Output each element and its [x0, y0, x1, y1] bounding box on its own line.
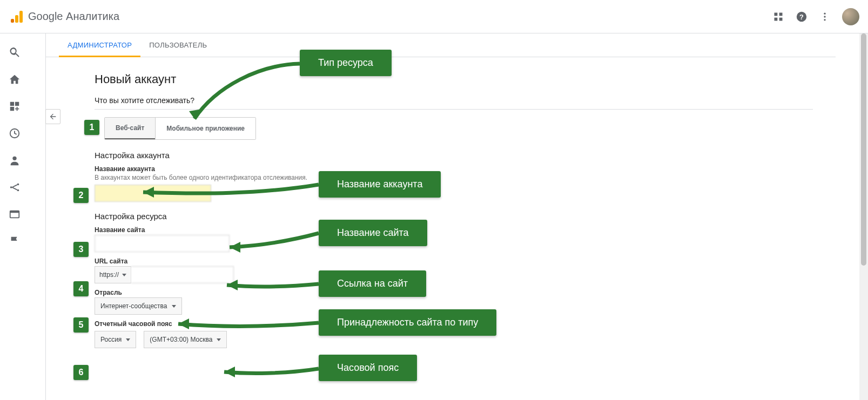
behavior-icon[interactable] [9, 208, 21, 220]
callout-site-name: Название сайта [319, 220, 427, 246]
timezone-select[interactable]: (GMT+03:00) Москва [144, 331, 227, 348]
url-input[interactable] [131, 266, 234, 283]
search-icon[interactable] [9, 46, 21, 58]
badge-5: 5 [73, 317, 89, 333]
home-icon[interactable] [9, 73, 21, 85]
industry-label: Отрасль [95, 289, 836, 296]
svg-point-8 [824, 19, 825, 21]
svg-rect-2 [775, 17, 778, 21]
badge-3: 3 [73, 242, 89, 257]
badge-1: 1 [84, 120, 99, 135]
country-value: Россия [100, 336, 122, 343]
track-question: Что вы хотите отслеживать? [95, 96, 813, 110]
chevron-down-icon [217, 338, 221, 341]
left-rail [0, 33, 29, 400]
main: АДМИНИСТРАТОР ПОЛЬЗОВАТЕЛЬ Новый аккаунт… [45, 33, 836, 400]
svg-rect-11 [15, 102, 19, 106]
apps-icon[interactable] [773, 11, 784, 22]
scrollbar[interactable] [859, 33, 868, 400]
help-icon[interactable]: ? [796, 11, 808, 23]
industry-select[interactable]: Интернет-сообщества [95, 297, 182, 315]
callout-resource-type: Тип ресурса [300, 50, 392, 76]
chevron-down-icon [122, 274, 126, 276]
badge-6: 6 [73, 365, 89, 380]
svg-point-16 [17, 189, 19, 192]
svg-rect-9 [10, 102, 14, 106]
flag-icon[interactable] [9, 235, 21, 247]
svg-rect-18 [10, 211, 19, 213]
clock-icon[interactable] [9, 127, 21, 139]
badge-2: 2 [73, 188, 89, 203]
protocol-value: https:// [99, 271, 119, 279]
content: Новый аккаунт Что вы хотите отслеживать?… [46, 57, 836, 348]
svg-rect-3 [779, 17, 783, 21]
toggle-web[interactable]: Веб-сайт [105, 118, 155, 139]
tab-admin[interactable]: АДМИНИСТРАТОР [59, 33, 140, 57]
account-name-hint: В аккаунтах может быть более одного иден… [95, 174, 836, 181]
protocol-select[interactable]: https:// [95, 266, 131, 283]
dashboard-add-icon[interactable] [9, 100, 21, 112]
timezone-value: (GMT+03:00) Москва [150, 336, 212, 343]
site-name-label: Название сайта [95, 226, 836, 234]
industry-value: Интернет-сообщества [100, 302, 167, 310]
avatar[interactable] [842, 8, 859, 25]
brand: Google Аналитика [11, 10, 119, 23]
chevron-down-icon [126, 338, 130, 341]
tabs: АДМИНИСТРАТОР ПОЛЬЗОВАТЕЛЬ [46, 33, 836, 57]
callout-timezone: Часовой пояс [319, 355, 417, 381]
account-name-label: Название аккаунта [95, 165, 836, 173]
scrollbar-thumb[interactable] [861, 33, 866, 266]
tab-user[interactable]: ПОЛЬЗОВАТЕЛЬ [140, 33, 216, 57]
svg-point-7 [824, 16, 825, 17]
svg-rect-0 [775, 12, 778, 16]
resource-setup-title: Настройка ресурса [95, 212, 836, 221]
resource-type-toggle: Веб-сайт Мобильное приложение [104, 117, 256, 140]
analytics-logo-icon [11, 11, 23, 23]
site-name-input[interactable] [95, 235, 230, 252]
callout-account-name: Название аккаунта [319, 171, 441, 198]
svg-rect-10 [10, 107, 14, 111]
url-label: URL сайта [95, 257, 836, 265]
svg-point-13 [12, 157, 16, 160]
page-title: Новый аккаунт [95, 72, 836, 86]
svg-text:?: ? [799, 12, 804, 21]
brand-label: Google Аналитика [28, 10, 119, 23]
more-vert-icon[interactable] [819, 11, 830, 22]
acquisition-icon[interactable] [9, 181, 21, 193]
account-name-input[interactable] [95, 185, 211, 202]
account-setup-title: Настройка аккаунта [95, 151, 836, 160]
callout-industry: Принадлежность сайта по типу [319, 309, 496, 336]
callout-site-url: Ссылка на сайт [319, 270, 426, 297]
badge-4: 4 [73, 281, 89, 296]
chevron-down-icon [172, 305, 176, 308]
app-bar: Google Аналитика ? [0, 0, 868, 33]
person-icon[interactable] [9, 154, 21, 166]
svg-rect-1 [779, 12, 783, 16]
svg-point-15 [17, 184, 19, 186]
svg-point-14 [10, 186, 12, 188]
svg-point-6 [824, 12, 825, 14]
country-select[interactable]: Россия [95, 331, 136, 348]
toggle-app[interactable]: Мобильное приложение [155, 118, 255, 139]
